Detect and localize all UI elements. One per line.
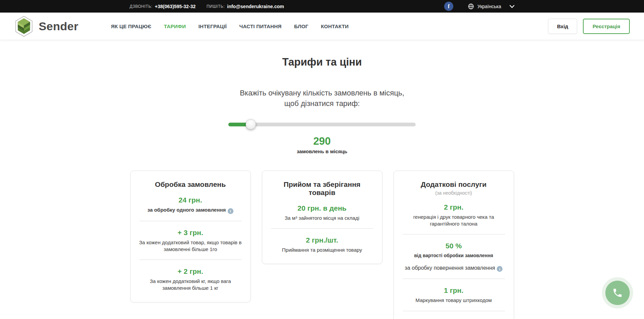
facebook-icon[interactable]: f xyxy=(444,2,453,11)
orders-slider[interactable] xyxy=(228,119,416,129)
email-link[interactable]: info@senderukraine.com xyxy=(227,4,284,9)
price-description: За кожен додатковий товар, якщо товарів … xyxy=(139,239,242,253)
slider-thumb[interactable] xyxy=(246,119,256,129)
info-icon[interactable]: i xyxy=(228,208,233,214)
language-selector[interactable]: Українська xyxy=(468,3,514,10)
card-divider xyxy=(403,311,505,311)
pricing-card-2: Прийом та зберігання товарів20 грн. в де… xyxy=(262,171,382,264)
call-label: ДЗВОНІТЬ: xyxy=(130,4,152,9)
price-description: Приймання та розміщення товару xyxy=(270,247,374,253)
card-subtitle: (за необхідності) xyxy=(402,190,506,196)
price-value: 50 % xyxy=(402,242,506,250)
pricing-card-1: Обробка замовлень24 грн.за обробку одног… xyxy=(130,171,251,302)
nav-item-1[interactable]: ЯК ЦЕ ПРАЦЮЄ xyxy=(111,23,151,29)
topbar: ДЗВОНІТЬ: +38(063)595-32-32 ПИШІТЬ: info… xyxy=(0,0,644,13)
header: Sender ЯК ЦЕ ПРАЦЮЄТАРИФИІНТЕГРАЦІЇЧАСТІ… xyxy=(0,13,644,40)
language-label: Українська xyxy=(477,4,501,9)
login-button[interactable]: Вхід xyxy=(548,19,577,34)
phone-link[interactable]: +38(063)595-32-32 xyxy=(155,4,195,9)
slider-prompt-line1: Вкажіть очікувану кількість замовлень в … xyxy=(0,88,644,99)
price-description: За кожен додатковий кг, якщо вага замовл… xyxy=(139,278,242,292)
pricing-cards: Обробка замовлень24 грн.за обробку одног… xyxy=(0,171,644,319)
orders-count-value: 290 xyxy=(0,135,644,147)
sender-logo-icon xyxy=(14,16,34,37)
price-value: 2 грн. xyxy=(402,203,506,211)
logo[interactable]: Sender xyxy=(14,16,78,37)
topbar-contacts: ДЗВОНІТЬ: +38(063)595-32-32 ПИШІТЬ: info… xyxy=(130,4,284,9)
card-divider xyxy=(271,228,373,229)
info-icon[interactable]: i xyxy=(497,266,503,272)
slider-prompt: Вкажіть очікувану кількість замовлень в … xyxy=(0,88,644,109)
nav-item-6[interactable]: КОНТАКТИ xyxy=(321,23,349,29)
price-description: від вартості обробки замовлення xyxy=(402,252,506,259)
write-label: ПИШІТЬ: xyxy=(207,4,225,9)
slider-track[interactable] xyxy=(228,123,416,126)
card-title: Додаткові послуги xyxy=(402,180,506,189)
phone-icon xyxy=(605,281,630,305)
price-value: + 3 грн. xyxy=(139,229,242,237)
price-description: генерація і друк товарного чека та гаран… xyxy=(402,214,506,228)
price-value: 1 грн. xyxy=(402,286,506,295)
pricing-card-3: Додаткові послуги(за необхідності)2 грн.… xyxy=(394,171,514,319)
nav-item-5[interactable]: БЛОГ xyxy=(294,23,308,29)
price-description: за обробку одного замовленняi xyxy=(139,207,242,214)
globe-icon xyxy=(468,3,474,10)
card-title: Обробка замовлень xyxy=(139,180,242,189)
price-extra-description: за обробку повернення замовленняi xyxy=(402,265,506,272)
orders-count-label: замовлень в місяць xyxy=(0,148,644,154)
chevron-down-icon xyxy=(510,5,514,8)
card-divider xyxy=(403,279,505,279)
nav-item-4[interactable]: ЧАСТІ ПИТАННЯ xyxy=(239,23,282,29)
card-title: Прийом та зберігання товарів xyxy=(270,180,374,197)
nav-item-2[interactable]: ТАРИФИ xyxy=(164,23,186,29)
price-value: 2 грн./шт. xyxy=(270,236,374,244)
callback-button[interactable] xyxy=(602,277,633,308)
nav-item-3[interactable]: ІНТЕГРАЦІЇ xyxy=(198,23,227,29)
main-nav: ЯК ЦЕ ПРАЦЮЄТАРИФИІНТЕГРАЦІЇЧАСТІ ПИТАНН… xyxy=(111,23,348,29)
price-value: + 2 грн. xyxy=(139,267,242,276)
price-value: 20 грн. в день xyxy=(270,204,374,212)
card-divider xyxy=(139,260,242,260)
price-value: 24 грн. xyxy=(139,196,242,204)
register-button[interactable]: Реєстрація xyxy=(583,19,630,34)
card-divider xyxy=(403,234,505,234)
page-title: Тарифи та ціни xyxy=(0,56,644,68)
card-divider xyxy=(139,221,242,221)
price-description: Маркування товару штрихкодом xyxy=(402,297,506,304)
brand-name: Sender xyxy=(39,20,78,33)
slider-prompt-line2: щоб дізнатися тариф: xyxy=(0,99,644,109)
price-description: За м³ зайнятого місця на складі xyxy=(270,215,374,221)
